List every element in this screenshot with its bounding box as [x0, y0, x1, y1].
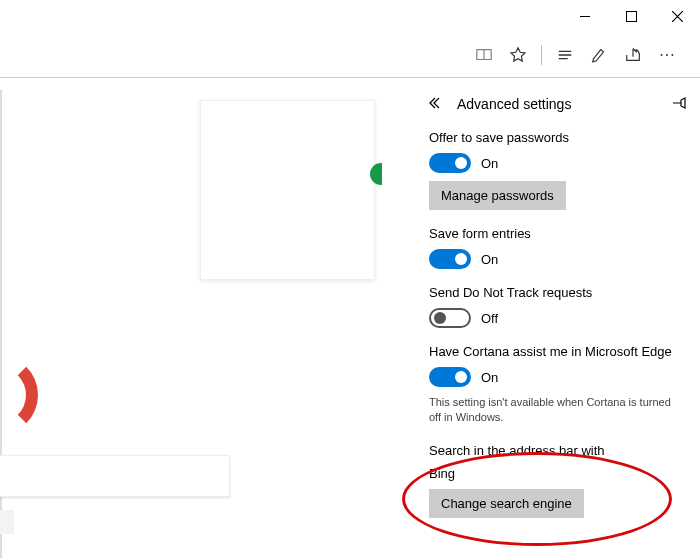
more-icon[interactable]	[650, 38, 684, 72]
change-search-engine-button[interactable]: Change search engine	[429, 489, 584, 518]
dnt-toggle[interactable]	[429, 308, 471, 328]
svg-point-0	[661, 54, 663, 56]
manage-passwords-button[interactable]: Manage passwords	[429, 181, 566, 210]
content-card	[200, 100, 375, 280]
save-passwords-state: On	[481, 156, 498, 171]
search-engine-value: Bing	[429, 466, 680, 481]
save-form-toggle[interactable]	[429, 249, 471, 269]
save-form-label: Save form entries	[429, 226, 680, 241]
window-maximize-button[interactable]	[608, 0, 654, 32]
panel-back-button[interactable]	[429, 96, 443, 112]
cortana-toggle[interactable]	[429, 367, 471, 387]
page-search-box[interactable]	[0, 455, 230, 497]
window-minimize-button[interactable]	[562, 0, 608, 32]
dnt-label: Send Do Not Track requests	[429, 285, 680, 300]
reading-view-icon[interactable]	[467, 38, 501, 72]
notes-icon[interactable]	[582, 38, 616, 72]
search-engine-label: Search in the address bar with	[429, 443, 680, 458]
favorites-star-icon[interactable]	[501, 38, 535, 72]
save-form-state: On	[481, 252, 498, 267]
hub-icon[interactable]	[548, 38, 582, 72]
settings-panel: Advanced settings Offer to save password…	[405, 78, 700, 558]
panel-title: Advanced settings	[457, 96, 571, 112]
svg-point-2	[671, 54, 673, 56]
cortana-note: This setting isn't available when Cortan…	[429, 395, 680, 425]
panel-pin-button[interactable]	[672, 96, 686, 113]
content-card-logo-fragment	[360, 163, 382, 185]
toolbar-separator	[541, 45, 542, 65]
window-close-button[interactable]	[654, 0, 700, 32]
cortana-state: On	[481, 370, 498, 385]
page-content-background	[0, 90, 380, 558]
cortana-label: Have Cortana assist me in Microsoft Edge	[429, 344, 680, 359]
page-small-tile	[0, 510, 14, 534]
save-passwords-toggle[interactable]	[429, 153, 471, 173]
save-passwords-label: Offer to save passwords	[429, 130, 680, 145]
page-logo-fragment	[0, 355, 20, 435]
share-icon[interactable]	[616, 38, 650, 72]
dnt-state: Off	[481, 311, 498, 326]
svg-point-1	[666, 54, 668, 56]
